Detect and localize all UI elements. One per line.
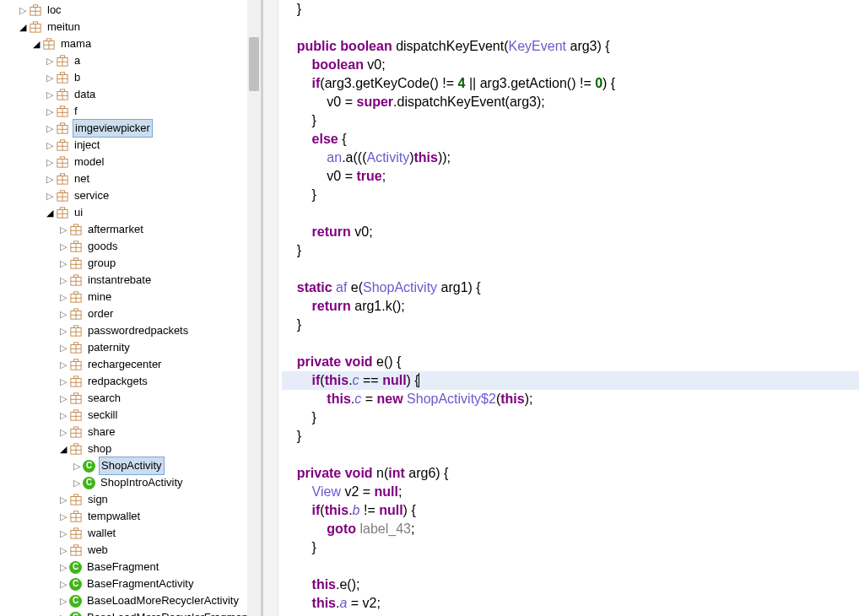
tree-node-label[interactable]: a <box>73 52 82 69</box>
tree-node-label[interactable]: seckill <box>86 407 119 424</box>
code-line[interactable]: this.c = new ShopActivity$2(this); <box>282 390 859 408</box>
code-line[interactable]: } <box>282 241 859 260</box>
tree-node-group[interactable]: ▷group <box>0 255 261 272</box>
tree-node-instantrebate[interactable]: ▷instantrebate <box>0 272 261 289</box>
code-line[interactable]: return arg1.k(); <box>282 297 859 316</box>
collapsed-arrow-icon[interactable]: ▷ <box>57 575 69 592</box>
tree-node-label[interactable]: search <box>86 390 122 407</box>
collapsed-arrow-icon[interactable]: ▷ <box>57 559 69 575</box>
tree-node-meitun[interactable]: ◢meitun <box>0 19 261 35</box>
tree-node-mine[interactable]: ▷mine <box>0 289 261 305</box>
tree-node-goods[interactable]: ▷goods <box>0 238 261 255</box>
tree-node-label[interactable]: BaseFragmentActivity <box>85 575 195 592</box>
code-line[interactable] <box>282 19 859 37</box>
code-line[interactable]: return v0; <box>282 223 859 241</box>
tree-node-model[interactable]: ▷model <box>0 154 261 170</box>
tree-node-loc[interactable]: ▷loc <box>0 2 261 19</box>
tree-node-mama[interactable]: ◢mama <box>0 35 261 52</box>
tree-node-label[interactable]: data <box>73 86 97 103</box>
tree-node-label[interactable]: sign <box>86 491 110 508</box>
tree-node-passwordredpackets[interactable]: ▷passwordredpackets <box>0 322 261 339</box>
tree-node-basefragment[interactable]: ▷CBaseFragment <box>0 559 261 575</box>
tree-node-inject[interactable]: ▷inject <box>0 137 261 154</box>
tree-node-rechargecenter[interactable]: ▷rechargecenter <box>0 356 261 373</box>
collapsed-arrow-icon[interactable]: ▷ <box>44 187 56 204</box>
collapsed-arrow-icon[interactable]: ▷ <box>71 457 83 474</box>
tree-node-label[interactable]: imgeviewpicker <box>73 119 153 138</box>
code-line[interactable]: } <box>282 316 859 334</box>
code-line[interactable]: if(arg3.getKeyCode() != 4 || arg3.getAct… <box>282 74 859 93</box>
tree-node-ui[interactable]: ◢ui <box>0 204 261 221</box>
code-line[interactable]: static af e(ShopActivity arg1) { <box>282 278 859 297</box>
code-line[interactable]: } <box>282 427 859 446</box>
collapsed-arrow-icon[interactable]: ▷ <box>44 137 56 154</box>
collapsed-arrow-icon[interactable]: ▷ <box>44 69 56 86</box>
code-line[interactable] <box>282 557 859 575</box>
collapsed-arrow-icon[interactable]: ▷ <box>57 592 69 609</box>
expanded-arrow-icon[interactable]: ◢ <box>57 440 69 457</box>
tree-node-f[interactable]: ▷f <box>0 103 261 120</box>
code-line[interactable]: an.a(((Activity)this)); <box>282 149 859 167</box>
tree-node-share[interactable]: ▷share <box>0 424 261 440</box>
code-line[interactable]: private void e() { <box>282 353 859 371</box>
tree-node-paternity[interactable]: ▷paternity <box>0 339 261 356</box>
tree-node-shopintroactivity[interactable]: ▷CShopIntroActivity <box>0 474 261 491</box>
tree-scrollbar-track[interactable] <box>247 0 261 616</box>
tree-node-label[interactable]: order <box>86 305 115 322</box>
code-line[interactable]: View v2 = null; <box>282 483 859 501</box>
collapsed-arrow-icon[interactable]: ▷ <box>57 542 69 559</box>
tree-node-shop[interactable]: ◢shop <box>0 440 261 457</box>
collapsed-arrow-icon[interactable]: ▷ <box>44 86 56 103</box>
collapsed-arrow-icon[interactable]: ▷ <box>71 474 83 491</box>
collapsed-arrow-icon[interactable]: ▷ <box>57 339 69 356</box>
code-editor-panel[interactable]: } public boolean dispatchKeyEvent(KeyEve… <box>263 0 859 616</box>
tree-node-label[interactable]: BaseLoadMoreRecyclerActivity <box>85 592 240 609</box>
collapsed-arrow-icon[interactable]: ▷ <box>17 2 29 19</box>
collapsed-arrow-icon[interactable]: ▷ <box>44 120 56 137</box>
tree-node-net[interactable]: ▷net <box>0 170 261 187</box>
code-line[interactable] <box>282 260 859 278</box>
tree-root[interactable]: ▷loc◢meitun◢mama▷a▷b▷data▷f▷imgeviewpick… <box>0 0 261 616</box>
tree-node-label[interactable]: mama <box>59 35 93 52</box>
expanded-arrow-icon[interactable]: ◢ <box>17 19 29 35</box>
tree-node-label[interactable]: passwordredpackets <box>86 322 190 339</box>
tree-node-b[interactable]: ▷b <box>0 69 261 86</box>
tree-node-label[interactable]: shop <box>86 440 113 457</box>
tree-node-label[interactable]: goods <box>86 238 119 255</box>
code-content[interactable]: } public boolean dispatchKeyEvent(KeyEve… <box>282 0 859 613</box>
collapsed-arrow-icon[interactable]: ▷ <box>57 272 69 289</box>
tree-node-baseloadmorerecyclerfragmen[interactable]: ▷CBaseLoadMoreRecyclerFragmen <box>0 609 261 616</box>
collapsed-arrow-icon[interactable]: ▷ <box>57 289 69 305</box>
code-line[interactable]: v0 = super.dispatchKeyEvent(arg3); <box>282 93 859 111</box>
collapsed-arrow-icon[interactable]: ▷ <box>57 221 69 238</box>
tree-node-label[interactable]: ShopIntroActivity <box>99 474 185 491</box>
collapsed-arrow-icon[interactable]: ▷ <box>57 255 69 272</box>
tree-node-sign[interactable]: ▷sign <box>0 491 261 508</box>
tree-node-label[interactable]: redpackgets <box>86 373 149 390</box>
code-line[interactable]: this.a = v2; <box>282 594 859 613</box>
collapsed-arrow-icon[interactable]: ▷ <box>57 238 69 255</box>
code-line[interactable]: } <box>282 538 859 557</box>
tree-node-label[interactable]: BaseLoadMoreRecyclerFragmen <box>85 609 250 616</box>
code-line[interactable]: if(this.b != null) { <box>282 501 859 520</box>
tree-node-label[interactable]: inject <box>73 137 101 154</box>
tree-node-label[interactable]: ShopActivity <box>99 457 165 475</box>
tree-node-aftermarket[interactable]: ▷aftermarket <box>0 221 261 238</box>
code-line[interactable]: } <box>282 111 859 130</box>
code-line[interactable]: this.e(); <box>282 575 859 594</box>
tree-node-tempwallet[interactable]: ▷tempwallet <box>0 508 261 525</box>
tree-node-search[interactable]: ▷search <box>0 390 261 407</box>
collapsed-arrow-icon[interactable]: ▷ <box>57 491 69 508</box>
tree-node-label[interactable]: aftermarket <box>86 221 145 238</box>
tree-node-label[interactable]: share <box>86 424 117 440</box>
collapsed-arrow-icon[interactable]: ▷ <box>57 424 69 440</box>
collapsed-arrow-icon[interactable]: ▷ <box>57 356 69 373</box>
collapsed-arrow-icon[interactable]: ▷ <box>44 52 56 69</box>
collapsed-arrow-icon[interactable]: ▷ <box>57 525 69 542</box>
tree-node-order[interactable]: ▷order <box>0 305 261 322</box>
code-line[interactable]: public boolean dispatchKeyEvent(KeyEvent… <box>282 37 859 56</box>
tree-node-data[interactable]: ▷data <box>0 86 261 103</box>
tree-node-wallet[interactable]: ▷wallet <box>0 525 261 542</box>
code-line[interactable]: if(this.c == null) { <box>282 371 859 390</box>
code-line[interactable]: } <box>282 0 859 19</box>
